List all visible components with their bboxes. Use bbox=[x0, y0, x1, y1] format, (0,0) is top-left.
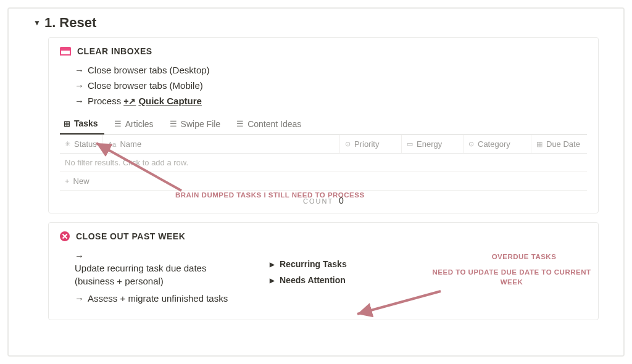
step-item: → Process +↗ Quick Capture bbox=[75, 93, 587, 109]
new-row-button[interactable]: + New bbox=[60, 172, 587, 191]
arrow-right-icon: → bbox=[75, 80, 84, 91]
recurring-tasks-toggle[interactable]: ▶ Recurring Tasks bbox=[270, 256, 393, 272]
clear-inboxes-header: CLEAR INBOXES bbox=[60, 46, 587, 56]
table-icon: ⊞ bbox=[64, 119, 70, 128]
column-status[interactable]: ✳Status bbox=[60, 135, 103, 153]
close-out-header: CLOSE OUT PAST WEEK bbox=[60, 231, 587, 241]
plus-icon: + bbox=[65, 176, 70, 186]
arrow-right-icon: → bbox=[75, 292, 84, 305]
arrow-right-icon: → bbox=[75, 65, 84, 75]
caret-down-icon: ▼ bbox=[33, 19, 41, 27]
arrow-right-icon: → bbox=[75, 250, 84, 262]
annotation-brain-dump: BRAIN DUMPED TASKS I STILL NEED TO PROCE… bbox=[175, 191, 365, 201]
column-priority[interactable]: ⊙Priority bbox=[340, 135, 402, 153]
text-icon: Aa bbox=[108, 141, 116, 148]
quick-capture-label: Quick Capture bbox=[138, 96, 202, 106]
list-icon: ☰ bbox=[114, 119, 122, 128]
close-circle-icon bbox=[60, 231, 70, 241]
column-due-date[interactable]: ▦Due Date bbox=[531, 135, 587, 153]
step-text: Process bbox=[88, 96, 121, 106]
toggle-label: Needs Attention bbox=[280, 275, 346, 285]
step-item: → Close browser tabs (Desktop) bbox=[75, 62, 587, 78]
annotation-update-due: NEED TO UPDATE DUE DATE TO CURRENT WEEK bbox=[428, 268, 595, 287]
select-icon: ⊙ bbox=[468, 140, 474, 148]
inbox-icon bbox=[60, 47, 71, 56]
step-item: → Update recurring task due dates (busin… bbox=[75, 247, 245, 290]
new-label: New bbox=[73, 176, 89, 186]
step-text: Update recurring task due dates (busines… bbox=[75, 262, 245, 287]
tab-label: Tasks bbox=[74, 118, 98, 128]
select-icon: ⊙ bbox=[345, 140, 351, 148]
column-label: Energy bbox=[417, 139, 442, 149]
column-label: Due Date bbox=[546, 139, 580, 149]
plus-arrow-icon: +↗ bbox=[123, 96, 136, 106]
tab-swipe-file[interactable]: ☰ Swipe File bbox=[166, 115, 227, 134]
column-label: Category bbox=[478, 139, 510, 149]
table-header-row: ✳Status AaName ⊙Priority ▭Energy ⊙Catego… bbox=[60, 134, 587, 154]
clear-inboxes-card: CLEAR INBOXES → Close browser tabs (Desk… bbox=[48, 37, 599, 213]
needs-attention-toggle[interactable]: ▶ Needs Attention bbox=[270, 272, 393, 288]
column-label: Status bbox=[74, 139, 97, 149]
step-text: Assess + migrate unfinished tasks bbox=[88, 292, 228, 305]
quick-capture-link[interactable]: +↗ Quick Capture bbox=[123, 96, 202, 106]
database-tabs: ⊞ Tasks ☰ Articles ☰ Swipe File ☰ Conten… bbox=[60, 115, 587, 134]
column-label: Priority bbox=[354, 139, 379, 149]
list-icon: ☰ bbox=[236, 119, 244, 128]
tab-tasks[interactable]: ⊞ Tasks bbox=[60, 115, 104, 134]
tab-content-ideas[interactable]: ☰ Content Ideas bbox=[233, 115, 307, 134]
status-icon: ✳ bbox=[65, 140, 70, 148]
battery-icon: ▭ bbox=[407, 140, 413, 148]
close-out-steps: → Update recurring task due dates (busin… bbox=[75, 247, 245, 307]
list-icon: ☰ bbox=[170, 119, 177, 128]
section-toggle-header[interactable]: ▼ 1. Reset bbox=[33, 15, 599, 31]
step-item: → Assess + migrate unfinished tasks bbox=[75, 290, 245, 307]
empty-state-row[interactable]: No filter results. Click to add a row. bbox=[60, 154, 587, 172]
toggle-label: Recurring Tasks bbox=[280, 259, 347, 269]
triangle-right-icon: ▶ bbox=[270, 277, 275, 284]
section-title: 1. Reset bbox=[44, 15, 96, 31]
annotation-overdue: OVERDUE TASKS bbox=[453, 252, 595, 262]
arrow-right-icon: → bbox=[75, 96, 84, 106]
tab-articles[interactable]: ☰ Articles bbox=[110, 115, 160, 134]
tab-label: Swipe File bbox=[181, 119, 221, 129]
step-item: → Close browser tabs (Mobile) bbox=[75, 78, 587, 93]
step-text: Close browser tabs (Mobile) bbox=[88, 80, 203, 91]
tab-label: Articles bbox=[125, 119, 154, 129]
clear-inboxes-steps: → Close browser tabs (Desktop) → Close b… bbox=[75, 62, 587, 109]
triangle-right-icon: ▶ bbox=[270, 261, 275, 268]
column-category[interactable]: ⊙Category bbox=[464, 135, 531, 153]
step-text: Close browser tabs (Desktop) bbox=[88, 65, 210, 75]
column-energy[interactable]: ▭Energy bbox=[402, 135, 464, 153]
clear-inboxes-title: CLEAR INBOXES bbox=[77, 46, 152, 56]
tab-label: Content Ideas bbox=[247, 119, 301, 129]
close-out-title: CLOSE OUT PAST WEEK bbox=[76, 231, 185, 241]
column-name[interactable]: AaName bbox=[103, 135, 340, 153]
calendar-icon: ▦ bbox=[536, 140, 543, 148]
column-label: Name bbox=[120, 139, 141, 149]
